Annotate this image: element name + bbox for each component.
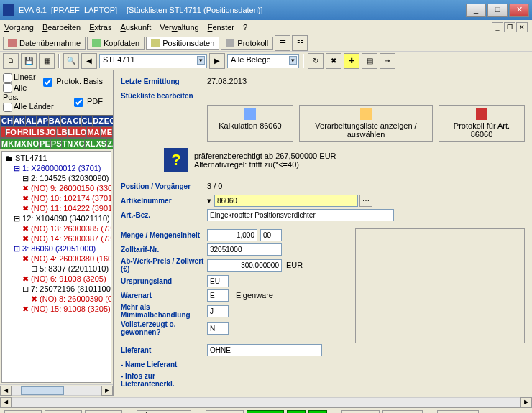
btn-weiter[interactable]: Weiter — [4, 410, 42, 414]
app-icon — [3, 4, 14, 16]
btn-kalkulation[interactable]: Kalkulation 86060 — [207, 105, 293, 142]
combo-stl[interactable]: STL4711 — [99, 54, 207, 68]
artbez-input[interactable] — [207, 209, 394, 221]
menu-auskunft[interactable]: Auskunft — [120, 23, 151, 32]
tb-new-icon[interactable]: 🗋 — [3, 53, 19, 69]
btn-zurueck[interactable]: Zurück — [45, 410, 82, 414]
menu-extras[interactable]: Extras — [89, 23, 111, 32]
tree-item[interactable]: ✖ (NO) 8: 26000390 (OHNE) — [5, 294, 109, 304]
mdi-restore[interactable]: ❐ — [504, 22, 515, 32]
tb-back-icon[interactable]: ◀ — [81, 53, 97, 69]
tab-extra2[interactable]: ☷ — [292, 35, 308, 51]
chk-linear[interactable]: Linear Protok. Basis — [3, 73, 110, 83]
tab-extra1[interactable]: ☰ — [275, 35, 290, 51]
menu-fenster[interactable]: Fenster — [208, 23, 234, 32]
tb-refresh-icon[interactable]: ↻ — [308, 53, 324, 69]
menu-verwaltung[interactable]: Verwaltung — [160, 23, 198, 32]
combo-belege[interactable]: Alle Belege — [227, 54, 299, 68]
tree-item[interactable]: ⊟ 7: 25072196 (81011000) — [5, 284, 109, 294]
tree-item[interactable]: ✖ (NO) 10: 102174 (37011010) — [5, 193, 109, 203]
tb-open-icon[interactable]: ▦ — [39, 53, 55, 69]
btn-satz-next[interactable]: ▶ — [308, 410, 327, 413]
minimalbehandlung-label: Mehr als Mimimalbehandlung — [121, 303, 207, 319]
menu-bar: VVorgangorgang Bearbeiten Extras Auskunf… — [0, 20, 532, 34]
tree-item[interactable]: ✖ (NO) 15: 91008 (3205) — [5, 304, 109, 314]
artnr-lookup-icon[interactable]: ⋯ — [359, 195, 372, 207]
tb-fwd-icon[interactable]: ▶ — [209, 53, 225, 69]
tb-add-icon[interactable]: ✚ — [344, 53, 359, 69]
menu-bearbeiten[interactable]: Bearbeiten — [42, 23, 81, 32]
country-grid-1[interactable]: CHAKALAPBACACICLDZEG — [0, 115, 113, 126]
menu-vorgang[interactable]: VVorgangorgang — [4, 23, 34, 32]
left-hscroll[interactable]: ◀▶ — [0, 384, 113, 396]
zolltarif-label: Zolltarif-Nr. — [121, 246, 207, 254]
menge-unit-input[interactable] — [260, 229, 282, 241]
minimalbehandlung-input[interactable] — [207, 305, 229, 317]
country-grid-3[interactable]: MKMXNOPEPSTNXCXLXSZA — [0, 138, 113, 149]
ursprungsland-input[interactable] — [207, 275, 229, 287]
abwerk-input[interactable] — [207, 259, 282, 272]
artbez-label: Art.-Bez. — [121, 211, 207, 219]
vollst-input[interactable] — [207, 322, 229, 335]
tab-kopfdaten[interactable]: Kopfdaten — [87, 37, 145, 50]
stueckliste-bearbeiten-label: Stückliste bearbeiten — [121, 92, 207, 100]
tb-exit-icon[interactable]: ⇥ — [380, 53, 395, 69]
minimize-button[interactable]: _ — [466, 4, 486, 17]
warenart-text: Eigenware — [236, 291, 273, 300]
tree-view[interactable]: 🖿 STL4711 ⊞ 1: X260000012 (3701)⊟ 2: 104… — [1, 151, 111, 383]
tree-item[interactable]: ✖ (NO) 13: 26000385 (7318220 — [5, 223, 109, 233]
tree-item[interactable]: ⊟ 5: 8307 (22011010) — [5, 264, 109, 274]
lieferant-input[interactable] — [207, 344, 322, 356]
tab-protokoll[interactable]: Protokoll — [221, 37, 273, 50]
zolltarif-input[interactable] — [207, 243, 282, 256]
maximize-button[interactable]: □ — [487, 4, 508, 17]
tab-datenuebernahme[interactable]: Datenübernahme — [3, 37, 86, 50]
btn-satz-prev[interactable]: ◀ — [287, 410, 306, 413]
tb-save-icon[interactable]: 💾 — [21, 53, 37, 69]
detail-panel: Letzte Ermittlung27.08.2013 Stückliste b… — [114, 70, 532, 396]
btn-manuell[interactable]: Manuell — [341, 410, 380, 413]
tree-root[interactable]: 🖿 STL4711 — [4, 153, 109, 163]
chk-pdf[interactable] — [74, 98, 83, 107]
vollst-label: Vollst.erzeugt o. gewonnen? — [121, 320, 207, 336]
tree-item[interactable]: ⊞ 3: 86060 (32051000) — [5, 243, 109, 254]
lieferant-label: Lieferant — [121, 346, 207, 354]
tree-item[interactable]: ⊟ 2: 104525 (32030090) — [5, 173, 109, 183]
tb-grid-icon[interactable]: ▤ — [362, 53, 377, 69]
title-bar: EVA 6.1 [PRAEF_LAPTOP] - [Stücklisten ST… — [0, 0, 532, 20]
artikelnummer-input[interactable] — [214, 195, 358, 207]
tree-item[interactable]: ✖ (NO) 11: 104222 (39011010) — [5, 203, 109, 213]
warenart-input[interactable] — [207, 289, 229, 302]
artikelnummer-label: Artikelnummer — [121, 197, 207, 205]
tab-positionsdaten[interactable]: Positionsdaten — [146, 37, 219, 50]
main-hscroll[interactable]: ◀▶ — [0, 396, 532, 407]
btn-beenden[interactable]: Beenden — [437, 410, 479, 413]
btn-verarbeitungsliste[interactable]: Verarbeitungsliste anzeigen / auswählen — [299, 105, 433, 142]
toolbar: 🗋 💾 ▦ 🔍 ◀ STL4711 ▶ Alle Belege ↻ ✖ ✚ ▤ … — [0, 52, 532, 70]
tree-item[interactable]: ⊞ 1: X260000012 (3701) — [5, 163, 109, 173]
chk-protok[interactable] — [43, 78, 52, 87]
btn-loeschen[interactable]: Löschen — [382, 410, 423, 413]
btn-uebernehmen[interactable]: Übernehmen — [137, 410, 191, 413]
close-button[interactable]: ✕ — [509, 4, 529, 17]
alternativ-text: Alternativregel: trifft zu(*<=40) — [194, 160, 336, 169]
country-grid-2[interactable]: FOHRILISJOLBLILOMAME — [0, 126, 113, 138]
list-icon — [360, 108, 372, 120]
tree-item[interactable]: ⊟ 12: X104090 (34021110) — [5, 213, 109, 223]
menge-input[interactable] — [207, 229, 257, 241]
tree-item[interactable]: ✖ (NO) 14: 26000387 (7306602 — [5, 233, 109, 243]
tree-item[interactable]: ✖ (NO) 4: 26000380 (16024950) — [5, 254, 109, 264]
menu-help[interactable]: ? — [243, 23, 247, 32]
btn-gesamt[interactable]: Gesamt — [206, 410, 244, 413]
btn-satz[interactable]: Satz — [247, 410, 284, 413]
tab-bar: Datenübernahme Kopfdaten Positionsdaten … — [0, 34, 532, 52]
tree-item[interactable]: ✖ (NO) 6: 91008 (3205) — [5, 274, 109, 284]
pdf-icon — [476, 108, 487, 120]
mdi-close[interactable]: ✕ — [516, 22, 528, 32]
name-lieferant-label: - Name Lieferant — [121, 361, 207, 368]
tb-search-icon[interactable]: 🔍 — [63, 53, 79, 69]
mdi-minimize[interactable]: _ — [492, 22, 503, 32]
tree-item[interactable]: ✖ (NO) 9: 26000150 (33021010) — [5, 183, 109, 193]
tb-tools-icon[interactable]: ✖ — [326, 53, 341, 69]
btn-protokoll[interactable]: Protokoll für Art. 86060 — [439, 105, 525, 142]
